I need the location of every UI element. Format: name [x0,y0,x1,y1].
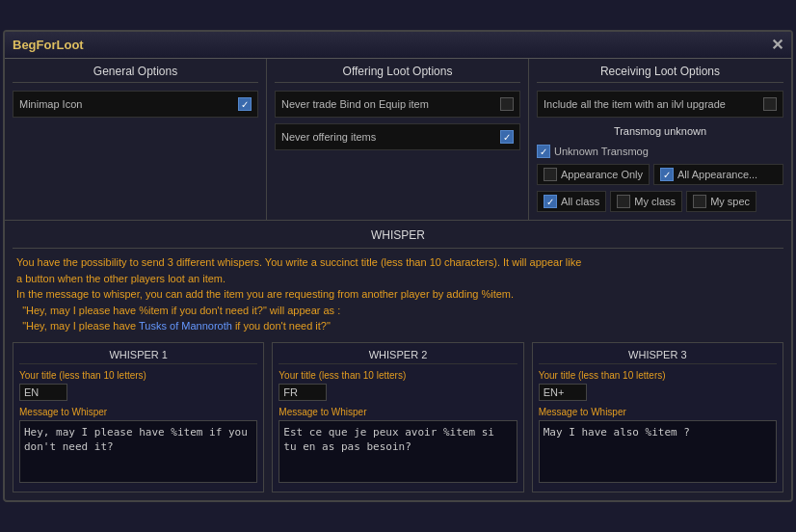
minimap-icon-label: Minimap Icon [19,98,238,110]
whisper2-header: WHISPER 2 [279,349,517,364]
appearance-only-checkbox[interactable] [544,168,557,181]
whisper2-message-area[interactable] [279,420,517,483]
whisper-info-line3: In the message to whisper, you can add t… [16,288,514,300]
transmog-header: Transmog unknown [537,123,783,139]
general-options-header: General Options [13,65,258,83]
my-spec-label: My spec [710,196,750,207]
my-spec-btn[interactable]: My spec [686,191,756,212]
titlebar: BegForLoot ✕ [5,32,791,59]
offering-loot-header: Offering Loot Options [275,65,520,83]
whisper1-message-area[interactable] [19,420,257,483]
appearance-only-btn[interactable]: Appearance Only [537,164,650,185]
all-class-btn[interactable]: ✓ All class [537,191,606,212]
include-all-row: Include all the item with an ilvl upgrad… [537,91,783,118]
minimap-icon-row: Minimap Icon ✓ [13,91,258,118]
whisper-info-line1: You have the possibility to send 3 diffe… [16,256,581,268]
unknown-transmog-checkbox[interactable]: ✓ [537,145,550,158]
my-class-btn[interactable]: My class [610,191,682,212]
receiving-loot-header: Receiving Loot Options [537,65,783,83]
all-class-checkbox[interactable]: ✓ [544,195,557,208]
class-row: ✓ All class My class My spec [537,191,783,212]
offering-loot-column: Offering Loot Options Never trade Bind o… [267,59,529,220]
whisper-cards: WHISPER 1 Your title (less than 10 lette… [13,342,783,492]
all-class-label: All class [561,196,599,207]
whisper1-title-input[interactable] [19,384,67,401]
whisper3-title-label: Your title (less than 10 letters) [539,370,777,381]
whisper3-message-area[interactable] [539,420,777,483]
whisper2-message-label: Message to Whisper [279,407,517,417]
my-class-label: My class [634,196,676,207]
whisper-info: You have the possibility to send 3 diffe… [13,254,783,334]
my-spec-checkbox[interactable] [693,195,706,208]
never-offering-checkbox[interactable]: ✓ [500,130,514,144]
whisper-info-line4: "Hey, may I please have %item if you don… [22,305,340,316]
close-button[interactable]: ✕ [771,36,783,54]
never-offering-row: Never offering items ✓ [275,123,520,150]
include-all-label: Include all the item with an ilvl upgrad… [544,98,763,110]
whisper-info-line6: if you don't need it?" [232,320,331,332]
include-all-checkbox[interactable] [763,97,777,111]
whisper-info-line5: "Hey, may I please have [22,320,139,332]
never-trade-checkbox[interactable] [500,97,514,111]
whisper-card-2: WHISPER 2 Your title (less than 10 lette… [272,342,523,492]
whisper-header: WHISPER [13,225,783,249]
window-title: BegForLoot [13,38,84,52]
transmog-section: Transmog unknown ✓ Unknown Transmog Appe… [537,123,783,212]
general-options-column: General Options Minimap Icon ✓ [5,59,267,220]
whisper2-title-label: Your title (less than 10 letters) [279,370,517,381]
never-offering-label: Never offering items [281,131,500,143]
whisper2-title-input[interactable] [279,384,327,401]
whisper3-message-label: Message to Whisper [539,407,777,417]
minimap-icon-checkbox[interactable]: ✓ [238,97,252,111]
all-appearance-checkbox[interactable]: ✓ [660,168,674,181]
whisper-info-link: Tusks of Mannoroth [139,320,232,332]
main-window: BegForLoot ✕ General Options Minimap Ico… [3,30,793,502]
whisper-card-1: WHISPER 1 Your title (less than 10 lette… [13,342,264,492]
never-trade-row: Never trade Bind on Equip item [275,91,520,118]
whisper3-header: WHISPER 3 [539,349,777,364]
all-appearance-label: All Appearance... [677,169,757,180]
receiving-loot-column: Receiving Loot Options Include all the i… [529,59,791,220]
options-columns: General Options Minimap Icon ✓ Offering … [5,59,791,221]
unknown-transmog-label: Unknown Transmog [554,146,649,157]
appearance-row: Appearance Only ✓ All Appearance... [537,164,783,185]
whisper-card-3: WHISPER 3 Your title (less than 10 lette… [532,342,783,492]
whisper3-title-input[interactable] [539,384,587,401]
unknown-transmog-row: ✓ Unknown Transmog [537,145,783,158]
appearance-only-label: Appearance Only [561,169,643,180]
my-class-checkbox[interactable] [617,195,630,208]
never-trade-label: Never trade Bind on Equip item [281,98,500,110]
whisper-info-line2: a button when the other players loot an … [16,273,226,284]
whisper-section: WHISPER You have the possibility to send… [5,221,791,500]
whisper1-header: WHISPER 1 [19,349,257,364]
all-appearance-btn[interactable]: ✓ All Appearance... [653,164,783,185]
whisper1-title-label: Your title (less than 10 letters) [19,370,257,381]
whisper1-message-label: Message to Whisper [19,407,257,417]
